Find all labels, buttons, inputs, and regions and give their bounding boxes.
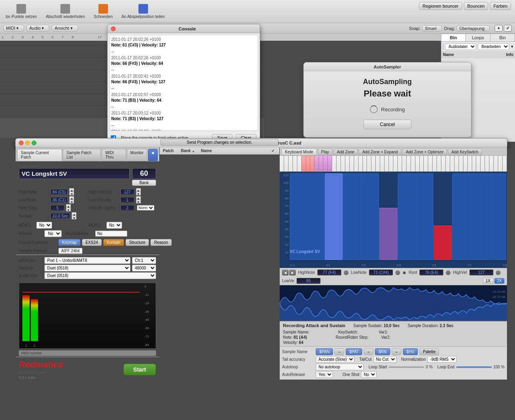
km-tab-add-keyswitch[interactable]: Add KeySwitch bbox=[448, 149, 482, 155]
note-step-down-btn[interactable]: ▼ bbox=[66, 208, 71, 211]
km-zone-col[interactable] bbox=[361, 173, 379, 260]
mw-minimize-btn[interactable] bbox=[25, 141, 30, 145]
piano-key[interactable] bbox=[503, 156, 507, 171]
piano-key[interactable] bbox=[289, 156, 293, 171]
piano-key-highlighted[interactable] bbox=[306, 156, 311, 171]
fmt-exs24-btn[interactable]: EXS24 bbox=[82, 239, 102, 246]
km-tab-add-zone-expand[interactable]: Add Zone + Expand bbox=[359, 149, 401, 155]
fmt-reason-btn[interactable]: Reason bbox=[150, 239, 171, 246]
piano-key[interactable] bbox=[411, 156, 415, 171]
root-dot[interactable] bbox=[446, 270, 451, 275]
tailcut-select[interactable]: No Cut bbox=[373, 356, 397, 363]
km-zone-col[interactable] bbox=[343, 173, 361, 260]
km-zone-col[interactable] bbox=[489, 173, 506, 260]
autorelease-select[interactable]: Yes bbox=[316, 371, 333, 378]
midi-ch-select[interactable]: Ch:1 bbox=[132, 257, 156, 264]
sustain-up-btn[interactable]: ▲ bbox=[72, 212, 76, 216]
piano-key[interactable] bbox=[354, 156, 359, 171]
km-zone-col[interactable] bbox=[290, 173, 325, 260]
spat-btn2[interactable]: $PAT bbox=[346, 348, 363, 355]
piano-key[interactable] bbox=[428, 156, 433, 171]
audio-out-select[interactable]: Duet (0518) bbox=[44, 272, 156, 279]
low-vel-up-btn[interactable]: ▲ bbox=[136, 196, 141, 200]
piano-key[interactable] bbox=[498, 156, 503, 171]
piano-key[interactable] bbox=[437, 156, 441, 171]
piano-key[interactable] bbox=[345, 156, 350, 171]
high-vel-down-btn[interactable]: ▼ bbox=[136, 192, 141, 195]
piano-key[interactable] bbox=[441, 156, 446, 171]
piano-key[interactable] bbox=[367, 156, 371, 171]
piano-key[interactable] bbox=[371, 156, 376, 171]
high-note-up-btn[interactable]: ▲ bbox=[69, 188, 74, 192]
piano-key[interactable] bbox=[284, 156, 289, 171]
toolbar-repeat-section-btn[interactable]: Abschnitt wiederholen bbox=[43, 3, 87, 20]
toolbar-split-btn[interactable]: An Abspielposition teilen bbox=[119, 3, 167, 20]
piano-key[interactable] bbox=[293, 156, 297, 171]
nav-left-btn[interactable]: ◀ bbox=[282, 270, 289, 275]
bin-tab-loops[interactable]: Loops bbox=[466, 34, 490, 41]
piano-key[interactable] bbox=[446, 156, 450, 171]
high-note-down-btn[interactable]: ▼ bbox=[69, 192, 74, 195]
as-cancel-btn[interactable]: Cancel bbox=[363, 120, 411, 129]
tool-btn-1[interactable]: ✦ bbox=[495, 25, 503, 32]
piano-key-highlighted[interactable] bbox=[310, 156, 315, 171]
shv-btn[interactable]: $HV bbox=[403, 348, 418, 355]
tab-sample-patch-list[interactable]: Sample Patch List bbox=[63, 149, 101, 161]
high-vel-stepper[interactable]: ▲ ▼ bbox=[136, 188, 141, 195]
bin-file-dropdown[interactable]: Audiodatei bbox=[445, 43, 476, 50]
piano-key-selected[interactable] bbox=[319, 156, 323, 171]
piano-key[interactable] bbox=[476, 156, 481, 171]
zoom-2x-btn[interactable]: 2X bbox=[494, 278, 505, 284]
piano-key[interactable] bbox=[420, 156, 424, 171]
mw-close-btn[interactable] bbox=[19, 141, 24, 145]
zoom-1x-btn[interactable]: 1X bbox=[483, 278, 493, 284]
fmt-structure-btn[interactable]: Structure bbox=[126, 239, 149, 246]
drag-dropdown[interactable]: Überlappung bbox=[457, 25, 490, 32]
km-zone-col-highlight[interactable] bbox=[379, 208, 397, 260]
low-vel-down-btn[interactable]: ▼ bbox=[136, 200, 141, 203]
high-vel-zone-dot[interactable] bbox=[496, 270, 501, 275]
km-tab-add-zone-optimize[interactable]: Add Zone + Optimize bbox=[402, 149, 447, 155]
piano-key[interactable] bbox=[332, 156, 337, 171]
piano-key[interactable] bbox=[341, 156, 345, 171]
rrobin-select[interactable]: No bbox=[44, 230, 62, 237]
fmt-keymap-btn[interactable]: Keymap bbox=[58, 239, 80, 246]
piano-key-selected[interactable] bbox=[328, 156, 332, 171]
low-note-zone-dot[interactable] bbox=[395, 270, 400, 275]
tab-midi-thru[interactable]: MIDI Thru bbox=[102, 149, 126, 161]
toolbar-cut-btn[interactable]: Schneiden bbox=[91, 3, 115, 20]
audio-menu[interactable]: Audio ▾ bbox=[26, 25, 49, 32]
piano-key[interactable] bbox=[363, 156, 367, 171]
piano-key-highlighted[interactable] bbox=[302, 156, 306, 171]
mds2-select[interactable]: No bbox=[106, 222, 122, 229]
piano-key-selected[interactable] bbox=[315, 156, 319, 171]
km-zone-col-red[interactable] bbox=[434, 225, 451, 260]
piano-key[interactable] bbox=[485, 156, 489, 171]
piano-key[interactable] bbox=[398, 156, 402, 171]
km-tab-keyboard-mode[interactable]: Keyboard Mode bbox=[281, 149, 317, 155]
audio-in-select[interactable]: Duet (0518) bbox=[44, 265, 130, 271]
note-step-stepper[interactable]: ▲ ▼ bbox=[66, 204, 71, 211]
km-tab-add-zone[interactable]: Add Zone bbox=[333, 149, 358, 155]
piano-key[interactable] bbox=[415, 156, 420, 171]
piano-key[interactable] bbox=[472, 156, 477, 171]
piano-key[interactable] bbox=[494, 156, 498, 171]
piano-key[interactable] bbox=[359, 156, 363, 171]
low-vel-stepper[interactable]: ▲ ▼ bbox=[136, 196, 141, 203]
loop-end-slider[interactable] bbox=[456, 366, 492, 368]
bin-action-dropdown[interactable]: Bearbeiten bbox=[478, 43, 509, 50]
piano-key[interactable] bbox=[385, 156, 389, 171]
piano-key[interactable] bbox=[297, 156, 302, 171]
colors-btn[interactable]: Farben bbox=[490, 2, 511, 10]
send-program-changes-btn[interactable]: Send Program changes on selection. bbox=[160, 139, 279, 146]
low-note-down-btn[interactable]: ▼ bbox=[69, 200, 74, 203]
loop-start-slider[interactable] bbox=[389, 366, 424, 368]
piano-key[interactable] bbox=[376, 156, 380, 171]
high-note-stepper[interactable]: ▲ ▼ bbox=[69, 188, 74, 195]
piano-key[interactable] bbox=[337, 156, 341, 171]
high-vel-up-btn[interactable]: ▲ bbox=[136, 188, 141, 192]
piano-key[interactable] bbox=[459, 156, 463, 171]
mds1-select[interactable]: No bbox=[36, 222, 52, 229]
bank-btn[interactable]: Bank bbox=[132, 180, 156, 186]
piano-key[interactable] bbox=[280, 156, 284, 171]
